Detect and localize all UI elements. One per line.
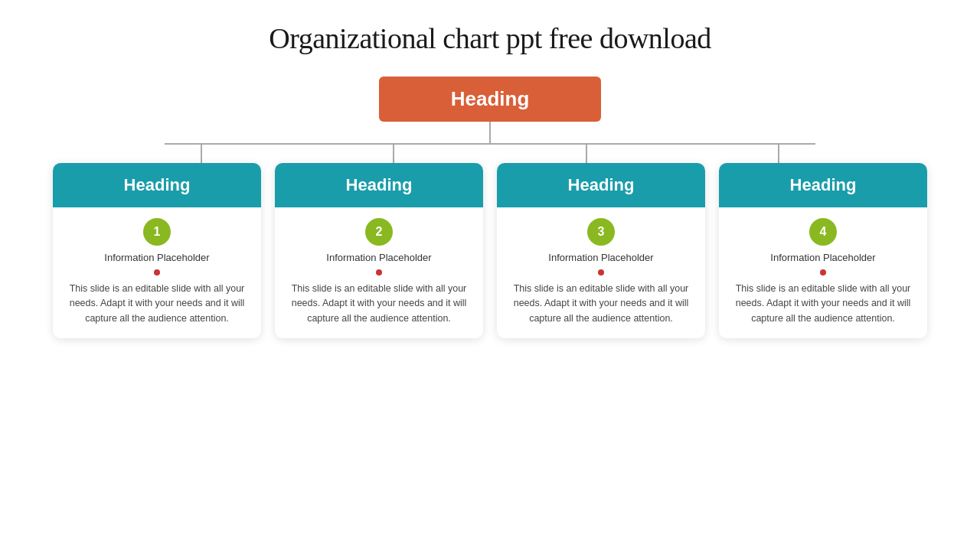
info-placeholder-1: Information Placeholder [104,252,209,263]
page-title: Organizational chart ppt free download [269,21,711,55]
card-body-4: 4 Information Placeholder This slide is … [719,207,927,338]
card-body-2: 2 Information Placeholder This slide is … [275,207,483,338]
card-header-4: Heading [719,163,927,207]
drops-row [165,145,815,163]
card-2: Heading 2 Information Placeholder This s… [275,163,483,338]
card-body-3: 3 Information Placeholder This slide is … [497,207,705,338]
card-body-1: 1 Information Placeholder This slide is … [53,207,261,338]
h-line-wrapper [31,143,949,163]
cards-row: Heading 1 Information Placeholder This s… [31,163,949,338]
card-3: Heading 3 Information Placeholder This s… [497,163,705,338]
drop-line-2 [393,145,394,163]
bullet-dot-3 [598,269,604,276]
connector-top [489,122,491,143]
bullet-dot-4 [820,269,826,276]
number-badge-4: 4 [809,218,837,246]
card-header-1: Heading [53,163,261,207]
card-desc-1: This slide is an editable slide with all… [67,282,247,326]
number-badge-3: 3 [587,218,615,246]
org-chart: Heading Heading 1 Information Placeholde… [31,77,949,536]
card-desc-4: This slide is an editable slide with all… [733,282,913,326]
number-badge-1: 1 [143,218,171,246]
number-badge-2: 2 [365,218,393,246]
drop-line-1 [201,145,202,163]
drop-line-4 [778,145,779,163]
card-header-2: Heading [275,163,483,207]
card-1: Heading 1 Information Placeholder This s… [53,163,261,338]
bullet-dot-2 [376,269,382,276]
drop-line-3 [586,145,587,163]
card-4: Heading 4 Information Placeholder This s… [719,163,927,338]
info-placeholder-3: Information Placeholder [548,252,653,263]
card-desc-3: This slide is an editable slide with all… [511,282,691,326]
card-desc-2: This slide is an editable slide with all… [289,282,469,326]
card-header-3: Heading [497,163,705,207]
bullet-dot-1 [154,269,160,276]
top-node: Heading [379,77,601,122]
h-line [165,143,815,145]
info-placeholder-2: Information Placeholder [326,252,431,263]
info-placeholder-4: Information Placeholder [770,252,875,263]
